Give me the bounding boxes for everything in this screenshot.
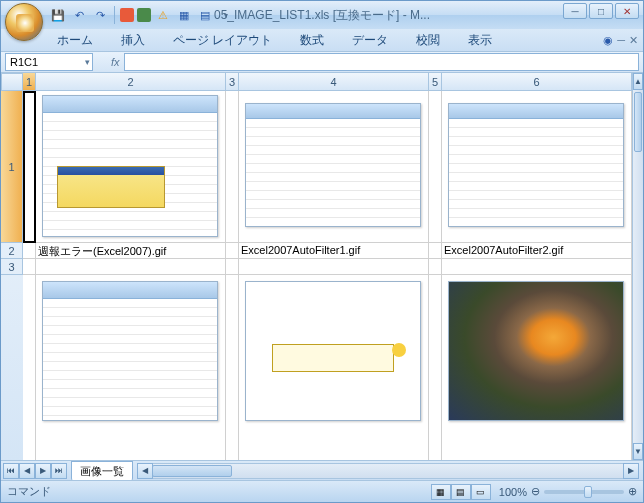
worksheet-area: 1 2 3 4 5 6 1 2 3: [1, 73, 643, 460]
name-box[interactable]: R1C1: [5, 53, 93, 71]
tab-review[interactable]: 校閲: [410, 30, 446, 51]
tab-insert[interactable]: 挿入: [115, 30, 151, 51]
cell-r3c1[interactable]: [23, 259, 36, 275]
app-window: 💾 ↶ ↷ ⚠ ▦ ▤ ▾ 05_IMAGE_LIST1.xls [互換モード]…: [0, 0, 644, 503]
row-header-1[interactable]: 1: [1, 91, 23, 243]
cell-r3c4[interactable]: [239, 259, 429, 275]
cell-r3c6[interactable]: [442, 259, 632, 275]
custom-icon-1[interactable]: [120, 8, 134, 22]
sheet-tab-bar: ⏮ ◀ ▶ ⏭ 画像一覧 ◀ ▶: [1, 460, 643, 480]
row-header-2[interactable]: 2: [1, 243, 23, 259]
zoom-value[interactable]: 100%: [499, 486, 527, 498]
cell-r4c3[interactable]: [226, 275, 239, 460]
redo-icon[interactable]: ↷: [91, 6, 109, 24]
select-all-corner[interactable]: [1, 73, 23, 91]
scroll-down-button[interactable]: ▼: [633, 443, 643, 460]
fx-icon[interactable]: fx: [111, 56, 120, 68]
cell-r3c2[interactable]: [36, 259, 226, 275]
cell-r3c3[interactable]: [226, 259, 239, 275]
grid-icon[interactable]: ▦: [175, 6, 193, 24]
warning-icon[interactable]: ⚠: [154, 6, 172, 24]
col-header-1[interactable]: 1: [23, 73, 36, 91]
active-cell[interactable]: [23, 91, 36, 243]
minimize-button[interactable]: ─: [563, 3, 587, 19]
thumbnail-3: [448, 103, 624, 227]
zoom-in-button[interactable]: ⊕: [628, 485, 637, 498]
window-title: 05_IMAGE_LIST1.xls [互換モード] - M...: [214, 7, 430, 24]
banner-ad-thumbnail: [272, 344, 394, 372]
scroll-v-thumb[interactable]: [634, 92, 642, 152]
normal-view-button[interactable]: ▦: [431, 484, 451, 500]
sheet-prev-button[interactable]: ◀: [19, 463, 35, 479]
zoom-slider-handle[interactable]: [584, 486, 592, 498]
ribbon-tabs: ホーム 挿入 ページ レイアウト 数式 データ 校閲 表示 ◉ ─ ✕: [1, 29, 643, 51]
office-button[interactable]: [5, 3, 43, 41]
help-icon[interactable]: ◉: [603, 34, 613, 47]
col-header-2[interactable]: 2: [36, 73, 226, 91]
col-header-4[interactable]: 4: [239, 73, 429, 91]
cell-r2c4[interactable]: Excel2007AutoFilter1.gif: [239, 243, 429, 259]
scroll-left-button[interactable]: ◀: [137, 463, 153, 479]
cell-r2c5[interactable]: [429, 243, 442, 259]
minimize-ribbon-icon[interactable]: ─: [617, 34, 625, 47]
col-header-3[interactable]: 3: [226, 73, 239, 91]
tab-home[interactable]: ホーム: [51, 30, 99, 51]
scroll-v-track[interactable]: [633, 90, 643, 443]
row-headers: 1 2 3: [1, 91, 23, 460]
formula-bar[interactable]: [124, 53, 639, 71]
col-header-5[interactable]: 5: [429, 73, 442, 91]
smiley-icon: [392, 343, 406, 357]
titlebar: 💾 ↶ ↷ ⚠ ▦ ▤ ▾ 05_IMAGE_LIST1.xls [互換モード]…: [1, 1, 643, 29]
column-headers: 1 2 3 4 5 6: [23, 73, 632, 91]
cell-r1c6[interactable]: [442, 91, 632, 243]
zoom-out-button[interactable]: ⊖: [531, 485, 540, 498]
vertical-scrollbar[interactable]: ▲ ▼: [632, 73, 643, 460]
ribbon-close-icon[interactable]: ✕: [629, 34, 638, 47]
zoom-slider[interactable]: [544, 490, 624, 494]
sheet-next-button[interactable]: ▶: [35, 463, 51, 479]
window-controls: ─ □ ✕: [563, 3, 639, 19]
cell-r4c5[interactable]: [429, 275, 442, 460]
tab-data[interactable]: データ: [346, 30, 394, 51]
cell-r1c2[interactable]: [36, 91, 226, 243]
cell-r2c3[interactable]: [226, 243, 239, 259]
scroll-up-button[interactable]: ▲: [633, 73, 643, 90]
formula-bar-row: R1C1 fx: [1, 51, 643, 73]
tab-page-layout[interactable]: ページ レイアウト: [167, 30, 278, 51]
cell-r1c3[interactable]: [226, 91, 239, 243]
cell-r2c6[interactable]: Excel2007AutoFilter2.gif: [442, 243, 632, 259]
row-header-3[interactable]: 3: [1, 259, 23, 275]
tab-view[interactable]: 表示: [462, 30, 498, 51]
custom-icon-2[interactable]: [137, 8, 151, 22]
col-header-6[interactable]: 6: [442, 73, 632, 91]
cell-r3c5[interactable]: [429, 259, 442, 275]
status-bar: コマンド ▦ ▤ ▭ 100% ⊖ ⊕: [1, 480, 643, 502]
table-icon[interactable]: ▤: [196, 6, 214, 24]
page-layout-view-button[interactable]: ▤: [451, 484, 471, 500]
cell-r4c4[interactable]: [239, 275, 429, 460]
cell-r4c2[interactable]: [36, 275, 226, 460]
sheet-tab-active[interactable]: 画像一覧: [71, 461, 133, 481]
cell-r4c1[interactable]: [23, 275, 36, 460]
sheet-nav: ⏮ ◀ ▶ ⏭: [3, 463, 67, 479]
qat-separator: [114, 6, 115, 24]
undo-icon[interactable]: ↶: [70, 6, 88, 24]
scroll-right-button[interactable]: ▶: [623, 463, 639, 479]
cell-r4c6[interactable]: [442, 275, 632, 460]
cell-r2c1[interactable]: [23, 243, 36, 259]
horizontal-scrollbar[interactable]: ◀ ▶: [137, 463, 639, 479]
maximize-button[interactable]: □: [589, 3, 613, 19]
sheet-last-button[interactable]: ⏭: [51, 463, 67, 479]
cell-r1c5[interactable]: [429, 91, 442, 243]
sheet-first-button[interactable]: ⏮: [3, 463, 19, 479]
thumbnail-5: [245, 281, 421, 421]
cell-r2c2[interactable]: 週報エラー(Excel2007).gif: [36, 243, 226, 259]
scroll-h-thumb[interactable]: [152, 465, 232, 477]
save-icon[interactable]: 💾: [49, 6, 67, 24]
cell-r1c4[interactable]: [239, 91, 429, 243]
page-break-view-button[interactable]: ▭: [471, 484, 491, 500]
quick-access-toolbar: 💾 ↶ ↷ ⚠ ▦ ▤ ▾: [49, 6, 235, 24]
close-button[interactable]: ✕: [615, 3, 639, 19]
tab-formulas[interactable]: 数式: [294, 30, 330, 51]
cell-grid[interactable]: 週報エラー(Excel2007).gif Excel2007AutoFilter…: [23, 91, 632, 460]
